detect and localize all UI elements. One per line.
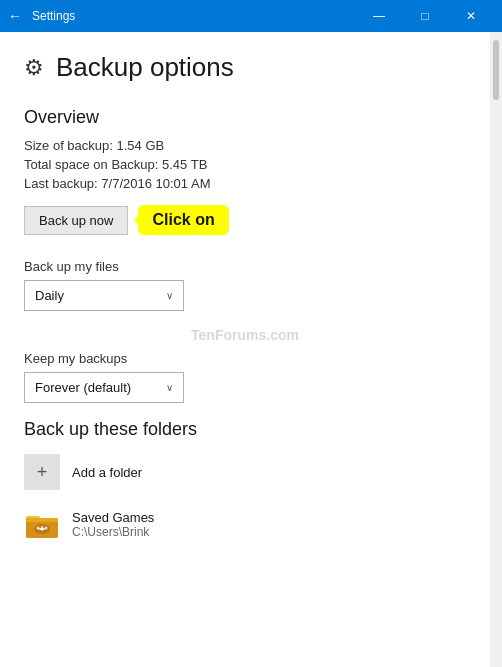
backup-files-dropdown[interactable]: Daily ∨ <box>24 280 184 311</box>
backup-now-button[interactable]: Back up now <box>24 206 128 235</box>
size-of-backup: Size of backup: 1.54 GB <box>24 138 466 153</box>
backup-files-section: Back up my files Daily ∨ <box>24 259 466 311</box>
backup-files-value: Daily <box>35 288 64 303</box>
page-heading: ⚙ Backup options <box>24 52 466 83</box>
gear-icon: ⚙ <box>24 55 44 81</box>
window-controls: — □ ✕ <box>356 0 494 32</box>
window-title: Settings <box>32 9 356 23</box>
main-panel: ⚙ Backup options Overview Size of backup… <box>0 32 490 667</box>
chevron-down-icon: ∨ <box>166 290 173 301</box>
content-area: ⚙ Backup options Overview Size of backup… <box>0 32 502 667</box>
scrollbar[interactable] <box>490 32 502 667</box>
folder-icon <box>24 506 60 542</box>
list-item[interactable]: Saved Games C:\Users\Brink <box>24 506 466 542</box>
svg-rect-3 <box>26 518 58 522</box>
last-backup: Last backup: 7/7/2016 10:01 AM <box>24 176 466 191</box>
overview-heading: Overview <box>24 107 466 128</box>
page-title: Backup options <box>56 52 234 83</box>
back-button[interactable]: ← <box>8 8 22 24</box>
watermark: TenForums.com <box>24 327 466 343</box>
click-on-tooltip: Click on <box>138 205 228 235</box>
folder-path: C:\Users\Brink <box>72 525 154 539</box>
keep-backups-label: Keep my backups <box>24 351 466 366</box>
overview-section: Overview Size of backup: 1.54 GB Total s… <box>24 107 466 235</box>
svg-rect-8 <box>39 528 45 530</box>
keep-backups-value: Forever (default) <box>35 380 131 395</box>
minimize-button[interactable]: — <box>356 0 402 32</box>
add-folder-item[interactable]: + Add a folder <box>24 454 466 490</box>
total-space: Total space on Backup: 5.45 TB <box>24 157 466 172</box>
backup-now-row: Back up now Click on <box>24 205 466 235</box>
add-folder-icon: + <box>24 454 60 490</box>
add-folder-label: Add a folder <box>72 465 142 480</box>
title-bar: ← Settings — □ ✕ <box>0 0 502 32</box>
folder-info: Saved Games C:\Users\Brink <box>72 510 154 539</box>
folders-heading: Back up these folders <box>24 419 466 440</box>
scrollbar-thumb[interactable] <box>493 40 499 100</box>
keep-backups-section: Keep my backups Forever (default) ∨ <box>24 351 466 403</box>
close-button[interactable]: ✕ <box>448 0 494 32</box>
folder-name: Saved Games <box>72 510 154 525</box>
maximize-button[interactable]: □ <box>402 0 448 32</box>
folders-section: Back up these folders + Add a folder <box>24 419 466 542</box>
backup-files-label: Back up my files <box>24 259 466 274</box>
chevron-down-icon-2: ∨ <box>166 382 173 393</box>
keep-backups-dropdown[interactable]: Forever (default) ∨ <box>24 372 184 403</box>
